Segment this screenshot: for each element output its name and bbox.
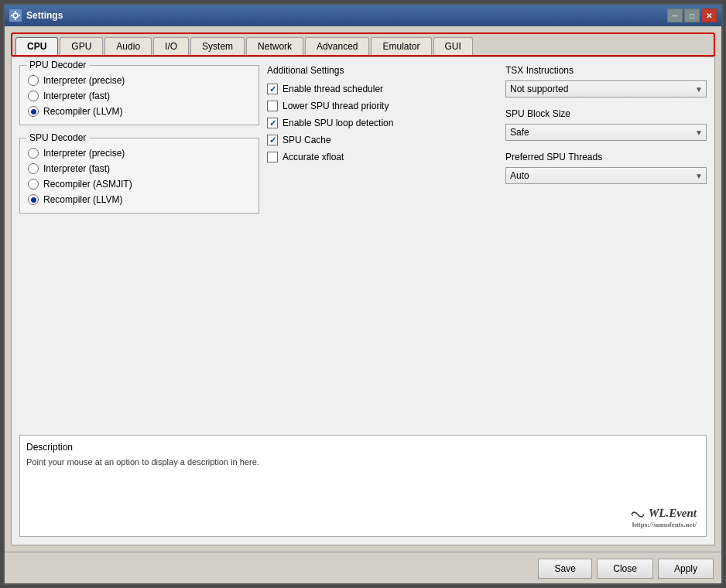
enable-spu-loop-detection-checkbox[interactable]	[267, 118, 278, 128]
accurate-xfloat-label: Accurate xfloat	[283, 152, 344, 162]
settings-window: Settings ─ □ ✕ CPU GPU Audio I/O System …	[3, 3, 723, 585]
spu-radio-group: Interpreter (precise) Interpreter (fast)…	[28, 145, 251, 205]
ppu-radio-precise-indicator	[28, 75, 39, 86]
ppu-radio-precise-label: Interpreter (precise)	[43, 75, 125, 86]
spu-block-size-title: SPU Block Size	[505, 108, 707, 119]
tab-system[interactable]: System	[190, 37, 245, 55]
spu-interpreter-precise[interactable]: Interpreter (precise)	[28, 148, 251, 159]
titlebar-controls: ─ □ ✕	[667, 9, 717, 22]
ppu-interpreter-fast[interactable]: Interpreter (fast)	[28, 91, 251, 101]
ppu-decoder-group: PPU Decoder Interpreter (precise) Interp…	[19, 65, 259, 125]
spu-cache[interactable]: SPU Cache	[267, 135, 498, 145]
spu-recompiler-llvm[interactable]: Recompiler (LLVM)	[28, 194, 251, 205]
preferred-spu-threads-section: Preferred SPU Threads Auto 1 2 3 4 5 6	[505, 152, 707, 184]
spu-recompiler-asmjit[interactable]: Recompiler (ASMJIT)	[28, 179, 251, 190]
enable-thread-scheduler[interactable]: Enable thread scheduler	[267, 84, 498, 94]
enable-spu-loop-detection-label: Enable SPU loop detection	[283, 118, 393, 128]
preferred-spu-threads-wrapper: Auto 1 2 3 4 5 6 ▼	[505, 167, 707, 184]
tab-gui[interactable]: GUI	[433, 37, 473, 55]
accurate-xfloat-checkbox[interactable]	[267, 152, 278, 162]
enable-thread-scheduler-label: Enable thread scheduler	[283, 84, 383, 94]
tsx-dropdown[interactable]: Not supported Enabled Disabled Forced	[505, 80, 707, 97]
ppu-radio-group: Interpreter (precise) Interpreter (fast)…	[28, 72, 251, 117]
tab-gpu[interactable]: GPU	[60, 37, 103, 55]
svg-rect-4	[19, 15, 20, 16]
lower-spu-priority[interactable]: Lower SPU thread priority	[267, 101, 498, 111]
watermark: WL.Event https://sumofents.net/	[26, 504, 700, 530]
ppu-radio-llvm-label: Recompiler (LLVM)	[43, 106, 122, 117]
svg-rect-3	[11, 15, 12, 16]
content-area: CPU GPU Audio I/O System Network Advance…	[5, 26, 721, 552]
spu-radio-fast-label: Interpreter (fast)	[43, 163, 110, 174]
bottom-bar: Save Close Apply	[5, 552, 721, 583]
preferred-spu-threads-title: Preferred SPU Threads	[505, 152, 707, 162]
minimize-button[interactable]: ─	[667, 9, 683, 22]
apply-button[interactable]: Apply	[658, 559, 714, 579]
panel-left: PPU Decoder Interpreter (precise) Interp…	[19, 65, 259, 429]
ppu-radio-llvm-indicator	[28, 106, 39, 117]
app-icon	[9, 9, 22, 22]
spu-radio-asmjit-label: Recompiler (ASMJIT)	[43, 179, 132, 190]
ppu-radio-fast-indicator	[28, 91, 39, 101]
description-title: Description	[26, 442, 700, 453]
ppu-recompiler-llvm[interactable]: Recompiler (LLVM)	[28, 106, 251, 117]
tab-advanced[interactable]: Advanced	[305, 37, 369, 55]
description-text: Point your mouse at an option to display…	[26, 457, 700, 504]
spu-decoder-group: SPU Decoder Interpreter (precise) Interp…	[19, 138, 259, 214]
close-button[interactable]: Close	[597, 559, 653, 579]
close-window-button[interactable]: ✕	[701, 9, 717, 22]
tsx-section: TSX Instructions Not supported Enabled D…	[505, 65, 707, 97]
spu-cache-label: SPU Cache	[283, 135, 331, 145]
spu-radio-fast-indicator	[28, 163, 39, 174]
additional-settings-title: Additional Settings	[267, 65, 498, 76]
svg-rect-2	[15, 19, 16, 20]
titlebar: Settings ─ □ ✕	[5, 5, 721, 26]
save-button[interactable]: Save	[538, 559, 592, 579]
accurate-xfloat[interactable]: Accurate xfloat	[267, 152, 498, 162]
spu-cache-checkbox[interactable]	[267, 135, 278, 145]
svg-point-0	[13, 13, 18, 18]
tsx-title: TSX Instructions	[505, 65, 707, 76]
tab-emulator[interactable]: Emulator	[371, 37, 431, 55]
main-panel: PPU Decoder Interpreter (precise) Interp…	[11, 56, 715, 545]
spu-block-size-section: SPU Block Size Safe Mega Giga ▼	[505, 108, 707, 141]
panels-row: PPU Decoder Interpreter (precise) Interp…	[19, 65, 707, 429]
spu-interpreter-fast[interactable]: Interpreter (fast)	[28, 163, 251, 174]
lower-spu-priority-label: Lower SPU thread priority	[283, 101, 389, 111]
checkbox-group: Enable thread scheduler Lower SPU thread…	[267, 80, 498, 162]
enable-thread-scheduler-checkbox[interactable]	[267, 84, 278, 94]
description-panel: Description Point your mouse at an optio…	[19, 435, 707, 537]
preferred-spu-threads-dropdown[interactable]: Auto 1 2 3 4 5 6	[505, 167, 707, 184]
tab-cpu[interactable]: CPU	[15, 37, 58, 55]
enable-spu-loop-detection[interactable]: Enable SPU loop detection	[267, 118, 498, 128]
watermark-url: https://sumofents.net/	[26, 521, 697, 528]
watermark-brand: WL.Event	[649, 507, 697, 519]
window-title: Settings	[26, 10, 63, 21]
ppu-decoder-title: PPU Decoder	[26, 60, 89, 70]
tab-bar: CPU GPU Audio I/O System Network Advance…	[11, 32, 715, 56]
ppu-radio-fast-label: Interpreter (fast)	[43, 91, 110, 101]
panel-right: TSX Instructions Not supported Enabled D…	[505, 65, 707, 429]
spu-radio-llvm-indicator	[28, 194, 39, 205]
tab-io[interactable]: I/O	[153, 37, 189, 55]
tab-audio[interactable]: Audio	[104, 37, 152, 55]
svg-rect-1	[15, 11, 16, 12]
ppu-interpreter-precise[interactable]: Interpreter (precise)	[28, 75, 251, 86]
spu-radio-asmjit-indicator	[28, 179, 39, 190]
lower-spu-priority-checkbox[interactable]	[267, 101, 278, 111]
spu-decoder-title: SPU Decoder	[26, 132, 89, 143]
titlebar-left: Settings	[9, 9, 63, 22]
spu-radio-precise-label: Interpreter (precise)	[43, 148, 125, 159]
tab-network[interactable]: Network	[246, 37, 303, 55]
tsx-dropdown-wrapper: Not supported Enabled Disabled Forced ▼	[505, 80, 707, 97]
spu-block-size-wrapper: Safe Mega Giga ▼	[505, 124, 707, 141]
maximize-button[interactable]: □	[684, 9, 700, 22]
spu-radio-llvm-label: Recompiler (LLVM)	[43, 194, 122, 205]
panel-center: Additional Settings Enable thread schedu…	[267, 65, 498, 429]
spu-block-size-dropdown[interactable]: Safe Mega Giga	[505, 124, 707, 141]
spu-radio-precise-indicator	[28, 148, 39, 159]
